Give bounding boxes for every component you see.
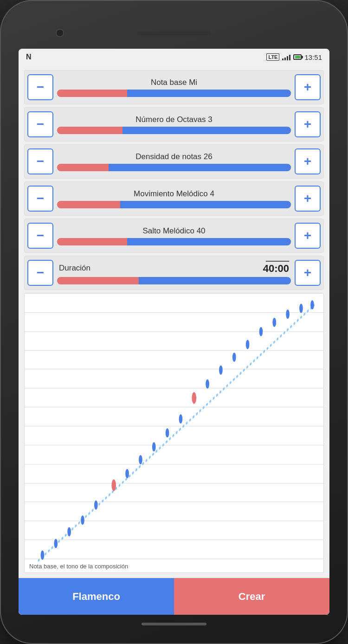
progress-blue-duracion [139,277,291,284]
chart-area: Nota base, el tono de la composición [24,293,324,573]
ctrl-label-densidad-notas: Densidad de notas 26 [57,152,291,161]
minus-icon: − [37,229,44,242]
vol-down-button[interactable] [0,135,1,158]
bottom-buttons: Flamenco Crear [19,578,329,615]
ctrl-center-densidad-notas: Densidad de notas 26 [57,152,291,171]
progress-red-densidad-notas [57,164,109,171]
svg-point-8 [125,469,129,478]
progress-blue-nota-base [127,90,291,97]
phone-screen: N LTE 13:51 −Nota base Mi+−Número de Oct… [19,49,329,615]
duration-value-wrapper: 40:00 [263,262,289,275]
ctrl-center-movimiento-melodico: Movimiento Melódico 4 [57,189,291,208]
minus-button-movimiento-melodico[interactable]: − [27,186,53,212]
plus-button-movimiento-melodico[interactable]: + [295,186,321,212]
progress-red-movimiento-melodico [57,201,120,208]
plus-icon: + [304,192,311,205]
control-row-densidad-notas: −Densidad de notas 26+ [24,144,324,179]
lte-badge: LTE [266,53,279,61]
controls-container: −Nota base Mi+−Número de Octavas 3+−Dens… [24,70,324,290]
control-row-salto-melodico: −Salto Melódico 40+ [24,219,324,253]
control-row-nota-base: −Nota base Mi+ [24,70,324,104]
minus-button-salto-melodico[interactable]: − [27,223,53,249]
svg-point-15 [232,353,236,362]
progress-bar-nota-base [57,90,291,97]
chart-svg [25,293,323,573]
svg-line-0 [38,305,315,561]
progress-blue-numero-octavas [122,127,291,134]
chart-description: Nota base, el tono de la composición [29,563,128,570]
ctrl-center-duracion: Duración40:00 [57,262,291,284]
plus-button-salto-melodico[interactable]: + [295,223,321,249]
home-bar [142,623,206,625]
svg-point-4 [54,539,58,548]
time-display: 13:51 [304,53,322,61]
svg-point-21 [310,300,314,309]
progress-bar-numero-octavas [57,127,291,134]
phone-device: N LTE 13:51 −Nota base Mi+−Número de Oct… [0,0,348,644]
svg-point-17 [259,327,263,336]
minus-button-numero-octavas[interactable]: − [27,111,53,137]
svg-point-5 [67,527,71,536]
minus-button-duracion[interactable]: − [27,260,53,286]
ctrl-center-salto-melodico: Salto Melódico 40 [57,226,291,245]
duration-label: Duración [59,264,90,273]
minus-icon: − [37,81,44,94]
control-row-movimiento-melodico: −Movimiento Melódico 4+ [24,181,324,216]
svg-point-9 [139,455,142,464]
battery-icon [293,54,302,60]
svg-point-10 [152,442,156,451]
progress-blue-movimiento-melodico [120,201,291,208]
progress-bar-salto-melodico [57,238,291,245]
minus-button-nota-base[interactable]: − [27,74,53,100]
status-left: N [26,53,32,61]
svg-point-16 [246,340,250,349]
svg-point-11 [166,428,169,438]
svg-point-6 [81,515,84,525]
svg-point-12 [179,414,183,424]
ctrl-label-numero-octavas: Número de Octavas 3 [57,115,291,124]
ctrl-center-numero-octavas: Número de Octavas 3 [57,115,291,134]
minus-icon: − [37,192,44,205]
progress-bar-densidad-notas [57,164,291,171]
progress-blue-salto-melodico [127,238,291,245]
main-content: −Nota base Mi+−Número de Octavas 3+−Dens… [19,65,329,578]
plus-button-numero-octavas[interactable]: + [295,111,321,137]
svg-point-1 [111,479,116,491]
svg-point-2 [192,392,196,404]
ctrl-label-nota-base: Nota base Mi [57,78,291,87]
plus-icon: + [304,266,311,279]
crear-button[interactable]: Crear [174,578,329,615]
progress-red-nota-base [57,90,127,97]
plus-icon: + [304,118,311,131]
minus-icon: − [37,155,44,168]
progress-red-duracion [57,277,139,284]
svg-point-14 [219,366,223,375]
vol-up-button[interactable] [0,102,1,125]
status-right: LTE 13:51 [266,53,322,61]
minus-button-densidad-notas[interactable]: − [27,148,53,174]
speaker [137,32,211,35]
signal-bars [282,54,290,60]
flamenco-button[interactable]: Flamenco [19,578,174,615]
plus-icon: + [304,229,311,242]
svg-point-3 [41,550,45,560]
progress-bar-movimiento-melodico [57,201,291,208]
plus-button-densidad-notas[interactable]: + [295,148,321,174]
plus-button-nota-base[interactable]: + [295,74,321,100]
svg-point-13 [206,380,209,389]
carrier-icon: N [26,53,32,61]
svg-point-18 [272,318,276,327]
plus-button-duracion[interactable]: + [295,260,321,286]
svg-point-19 [286,309,290,319]
ctrl-label-salto-melodico: Salto Melódico 40 [57,226,291,236]
svg-point-7 [94,500,98,509]
status-bar: N LTE 13:51 [19,49,329,65]
minus-icon: − [37,118,44,131]
ctrl-label-movimiento-melodico: Movimiento Melódico 4 [57,189,291,199]
svg-point-20 [299,304,303,313]
underline-bar [266,261,289,262]
progress-red-numero-octavas [57,127,122,134]
plus-icon: + [304,155,311,168]
progress-blue-densidad-notas [109,164,291,171]
minus-icon: − [37,266,44,279]
